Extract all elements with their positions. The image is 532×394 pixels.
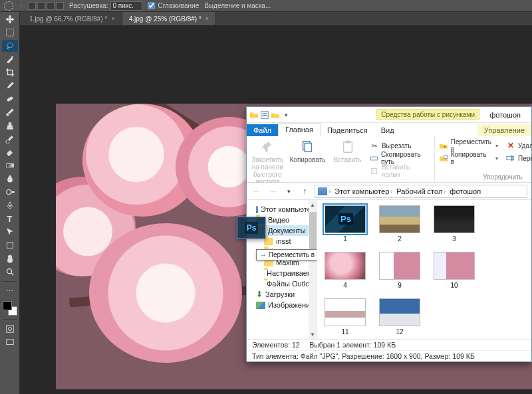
heal-tool-icon[interactable] <box>2 93 18 105</box>
eyedropper-tool-icon[interactable] <box>2 80 18 92</box>
type-tool-icon[interactable]: T <box>2 213 18 225</box>
scroll-down-icon[interactable]: ▼ <box>309 330 317 339</box>
file-thumbnail[interactable]: 11 <box>324 298 366 336</box>
magic-wand-tool-icon[interactable] <box>2 53 18 65</box>
label: Этот компьютер <box>261 205 315 213</box>
properties-icon[interactable] <box>260 110 269 120</box>
thispc-icon <box>256 206 258 213</box>
file-thumbnail[interactable]: 9 <box>378 252 421 289</box>
chevron-down-icon[interactable]: ▾ <box>495 143 498 149</box>
svg-point-2 <box>11 56 13 58</box>
tree-item[interactable]: Файлы Outlook <box>247 278 317 289</box>
zoom-tool-icon[interactable] <box>2 266 18 278</box>
feather-input[interactable] <box>110 1 142 11</box>
document-tab-bar: 1.jpg @ 66,7% (RGB/8#) *× 4.jpg @ 25% (R… <box>0 12 532 25</box>
eraser-tool-icon[interactable] <box>2 146 18 158</box>
selection-add-icon[interactable] <box>37 2 45 10</box>
path-seg[interactable]: Этот компьютер› <box>333 187 394 195</box>
more-tools-icon[interactable]: ⋯ <box>2 285 18 297</box>
file-thumbnail[interactable]: 4 <box>324 252 366 289</box>
move-tool-icon[interactable] <box>2 13 18 25</box>
nav-history-chevron-icon[interactable]: ▾ <box>283 185 295 197</box>
thumbnail-caption: 10 <box>450 282 458 289</box>
hand-tool-icon[interactable] <box>2 252 18 264</box>
thumbnail-caption: 12 <box>396 328 403 336</box>
drop-hint-tooltip: Переместить в "Документы" <box>256 249 317 260</box>
paste-button[interactable]: Вставить <box>331 139 364 185</box>
copy-button[interactable]: Копировать <box>290 139 326 185</box>
close-icon[interactable]: × <box>205 15 209 22</box>
file-thumbnail[interactable]: 3 <box>433 205 475 243</box>
pin-to-quick-access-button[interactable]: Закрепить на панели быстрого доступа <box>251 139 285 185</box>
selection-intersect-icon[interactable] <box>56 2 64 10</box>
tree-item[interactable]: Настраиваемые <box>247 268 317 278</box>
folder-icon <box>249 110 259 120</box>
tree-images[interactable]: Изображения <box>247 300 317 310</box>
new-folder-icon[interactable] <box>271 110 280 120</box>
dodge-tool-icon[interactable] <box>2 186 18 198</box>
tree-downloads[interactable]: ⬇Загрузки <box>247 289 317 300</box>
path-seg[interactable]: фотошоп <box>448 187 482 195</box>
file-thumbnail[interactable]: 10 <box>433 252 475 289</box>
svg-rect-16 <box>263 113 267 114</box>
path-select-tool-icon[interactable] <box>2 226 18 238</box>
titlebar[interactable]: ▾ Средства работы с рисунками фотошоп <box>247 107 531 123</box>
scroll-up-icon[interactable]: ▲ <box>309 200 317 209</box>
svg-point-11 <box>7 269 11 274</box>
address-path[interactable]: › Этот компьютер› Рабочий стол› фотошоп <box>315 185 527 198</box>
file-thumbnail[interactable]: 12 <box>378 298 421 336</box>
qat-chevron-icon[interactable]: ▾ <box>281 110 291 120</box>
quickmask-icon[interactable] <box>2 323 18 335</box>
file-thumbnail[interactable]: 2 <box>378 205 421 243</box>
lasso-tool-icon[interactable] <box>4 1 13 11</box>
svg-rect-22 <box>371 157 378 160</box>
lasso-tool-icon[interactable] <box>2 40 18 52</box>
antialias-check[interactable] <box>148 2 155 9</box>
marquee-tool-icon[interactable] <box>2 27 18 39</box>
gradient-tool-icon[interactable] <box>2 159 18 171</box>
svg-rect-0 <box>6 29 13 37</box>
crop-tool-icon[interactable] <box>2 66 18 78</box>
brush-tool-icon[interactable] <box>2 106 18 118</box>
pen-tool-icon[interactable] <box>2 199 18 211</box>
svg-rect-25 <box>507 156 514 159</box>
tab-manage[interactable]: Управление <box>477 124 531 136</box>
blur-tool-icon[interactable] <box>2 173 18 185</box>
shape-tool-icon[interactable] <box>2 239 18 251</box>
svg-point-13 <box>8 327 11 330</box>
tree-this-pc[interactable]: Этот компьютер <box>247 204 317 215</box>
stamp-tool-icon[interactable] <box>2 120 18 132</box>
rename-button[interactable]: Переименовать <box>506 153 532 163</box>
copy-path-button[interactable]: Скопировать путь <box>370 153 430 163</box>
close-icon[interactable]: × <box>111 15 114 22</box>
delete-button[interactable]: ✕Удалить▾ <box>506 140 532 151</box>
color-swatches[interactable] <box>3 301 17 316</box>
screenmode-icon[interactable] <box>2 336 18 348</box>
chevron-down-icon[interactable]: ▾ <box>495 155 498 161</box>
tool-preset-chevron-icon[interactable]: ▾ <box>20 3 23 9</box>
history-brush-tool-icon[interactable] <box>2 133 18 145</box>
selection-subtract-icon[interactable] <box>47 2 55 10</box>
nav-back-button[interactable]: ← <box>251 185 263 197</box>
content-pane[interactable]: Ps12349101112 <box>317 200 531 339</box>
file-thumbnail[interactable]: Ps1 <box>324 205 366 243</box>
scroll-thumb[interactable] <box>309 212 317 249</box>
paste-shortcut-button[interactable]: Вставить ярлык <box>370 165 430 176</box>
document-tab[interactable]: 1.jpg @ 66,7% (RGB/8#) *× <box>23 12 122 25</box>
selection-new-icon[interactable] <box>28 2 36 10</box>
tab-home[interactable]: Главная <box>278 123 321 136</box>
path-seg[interactable]: Рабочий стол› <box>395 187 447 195</box>
copy-to-button[interactable]: Копировать в▾ <box>439 153 498 163</box>
tab-file[interactable]: Файл <box>247 124 278 136</box>
tab-share[interactable]: Поделиться <box>321 124 374 136</box>
move-to-button[interactable]: Переместить в▾ <box>439 140 498 151</box>
select-and-mask-link[interactable]: Выделение и маска... <box>204 2 271 9</box>
nav-scrollbar[interactable]: ▲▼ <box>309 200 317 339</box>
antialias-checkbox[interactable]: Сглаживание <box>148 2 199 9</box>
nav-up-button[interactable]: ↑ <box>299 185 311 197</box>
delete-icon: ✕ <box>506 141 515 150</box>
document-tab[interactable]: 4.jpg @ 25% (RGB/8#) *× <box>122 12 216 25</box>
cut-button[interactable]: ✂Вырезать <box>370 140 430 151</box>
nav-forward-button[interactable]: → <box>267 185 279 197</box>
tab-view[interactable]: Вид <box>374 124 401 136</box>
